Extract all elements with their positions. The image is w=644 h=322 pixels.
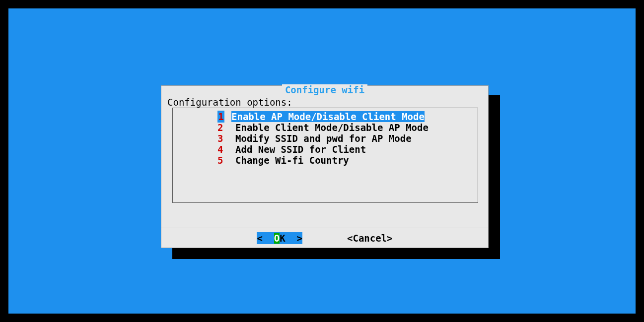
option-change-country[interactable]: 5Change Wi-fi Country bbox=[173, 155, 478, 166]
config-dialog: Configure wifi Configuration options: 1E… bbox=[161, 85, 489, 248]
terminal-screen: Configure wifi Configuration options: 1E… bbox=[8, 8, 636, 314]
option-enable-ap-mode[interactable]: 1Enable AP Mode/Disable Client Mode bbox=[173, 111, 478, 122]
option-modify-ssid[interactable]: 3Modify SSID and pwd for AP Mode bbox=[173, 133, 478, 144]
dialog-prompt: Configuration options: bbox=[167, 97, 292, 108]
cancel-button[interactable]: <Cancel> bbox=[347, 233, 393, 244]
ok-button[interactable]: < OK > bbox=[257, 232, 302, 244]
dialog-button-bar: < OK > <Cancel> bbox=[161, 228, 488, 248]
dialog-title: Configure wifi bbox=[161, 84, 488, 95]
options-list: 1Enable AP Mode/Disable Client Mode 2Ena… bbox=[172, 108, 478, 203]
option-enable-client-mode[interactable]: 2Enable Client Mode/Disable AP Mode bbox=[173, 122, 478, 133]
option-add-ssid[interactable]: 4Add New SSID for Client bbox=[173, 144, 478, 155]
